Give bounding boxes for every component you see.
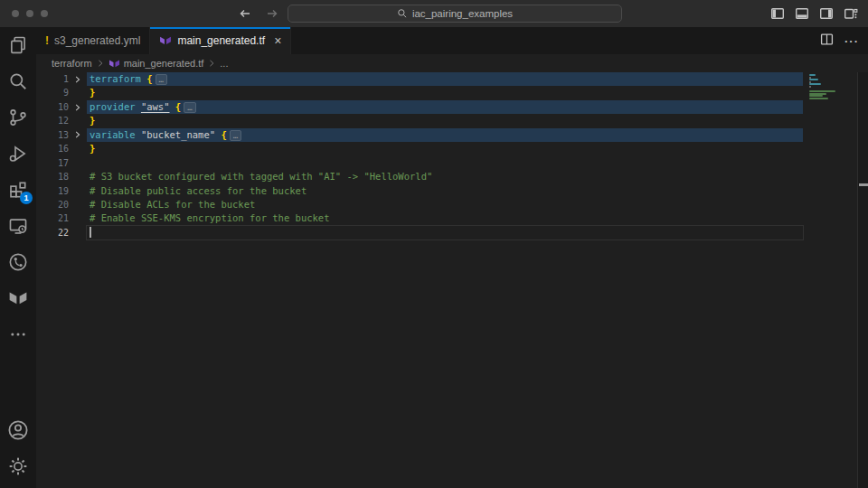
token: …	[156, 74, 167, 85]
breadcrumb-folder[interactable]: terraform	[52, 58, 92, 69]
code-line[interactable]: 21# Enable SSE-KMS encryption for the bu…	[36, 211, 868, 225]
split-editor-button[interactable]	[820, 33, 834, 50]
code-editor[interactable]: 1terraform {…9}10provider "aws" {…12}13v…	[36, 72, 868, 488]
sidebar-item-explorer[interactable]	[0, 27, 36, 63]
minimap-line	[809, 74, 816, 76]
code-line[interactable]: 19# Disable public access for the bucket	[36, 184, 868, 198]
line-number[interactable]: 12	[36, 114, 69, 127]
close-window-button[interactable]	[12, 10, 19, 17]
code-text[interactable]: # Disable public access for the bucket	[87, 184, 803, 198]
line-number[interactable]: 16	[36, 142, 69, 155]
accounts-button[interactable]	[0, 412, 36, 448]
sidebar-item-run-and-debug[interactable]	[0, 136, 36, 172]
title-bar: iac_pairing_examples	[0, 0, 868, 27]
search-icon	[397, 8, 408, 19]
code-text[interactable]: # S3 bucket configured with tagged with …	[87, 170, 803, 183]
token: provider	[90, 101, 141, 112]
customize-layout-button[interactable]	[843, 5, 859, 22]
minimize-window-button[interactable]	[26, 10, 33, 17]
terraform-file-icon	[108, 58, 120, 70]
code-line[interactable]: 12}	[36, 114, 868, 127]
minimap[interactable]	[807, 74, 856, 183]
code-text[interactable]: }	[87, 86, 803, 99]
line-number[interactable]: 1	[36, 72, 69, 86]
code-line[interactable]: 17	[36, 156, 868, 170]
tab-s3-generated-yml[interactable]: ! s3_generated.yml	[36, 27, 150, 54]
more-actions-button[interactable]: ···	[844, 34, 859, 48]
search-icon	[8, 71, 28, 91]
code-line[interactable]: 1terraform {…	[36, 72, 868, 86]
line-number[interactable]: 13	[36, 128, 69, 142]
line-number[interactable]: 20	[36, 198, 69, 211]
fold-chevron-icon[interactable]	[69, 72, 87, 86]
toggle-secondary-sidebar-button[interactable]	[818, 5, 835, 22]
code-text[interactable]: # Enable SSE-KMS encryption for the buck…	[87, 211, 803, 225]
fold-gutter	[69, 170, 87, 183]
back-button[interactable]	[238, 6, 252, 21]
code-lines: 1terraform {…9}10provider "aws" {…12}13v…	[36, 72, 868, 239]
arrow-right-icon	[265, 6, 279, 21]
fold-chevron-icon[interactable]	[69, 128, 87, 142]
code-text[interactable]: terraform {…	[87, 72, 803, 86]
code-line[interactable]: 18# S3 bucket configured with tagged wit…	[36, 170, 868, 183]
code-text[interactable]	[87, 156, 803, 170]
vscode-window: iac_pairing_examples	[0, 0, 868, 488]
code-text[interactable]: variable "bucket_name" {…	[87, 128, 803, 142]
tab-main-generated-tf[interactable]: main_generated.tf ×	[150, 27, 291, 54]
code-line[interactable]: 10provider "aws" {…	[36, 100, 868, 114]
line-number[interactable]: 22	[36, 226, 69, 239]
yaml-warning-icon: !	[45, 34, 49, 47]
customize-layout-icon	[844, 6, 858, 21]
token: }	[90, 115, 95, 126]
split-editor-icon	[820, 33, 834, 46]
command-center-search[interactable]: iac_pairing_examples	[288, 5, 622, 23]
line-number[interactable]: 17	[36, 156, 69, 170]
debug-play-icon	[8, 144, 28, 164]
sidebar-item-search[interactable]	[0, 63, 36, 99]
code-line[interactable]: 20# Disable ACLs for the bucket	[36, 198, 868, 211]
code-text[interactable]: # Disable ACLs for the bucket	[87, 198, 803, 211]
token: "bucket_name"	[141, 129, 215, 140]
settings-button[interactable]	[0, 448, 36, 484]
token: # S3 bucket configured with tagged with …	[90, 171, 432, 182]
line-number[interactable]: 19	[36, 184, 69, 198]
window-controls	[12, 10, 48, 17]
scrollbar[interactable]	[857, 72, 868, 488]
remote-explorer-icon	[8, 216, 28, 236]
toggle-primary-sidebar-button[interactable]	[769, 5, 786, 22]
minimap-line	[809, 98, 828, 99]
code-line[interactable]: 16}	[36, 142, 868, 155]
sidebar-item-remote-explorer[interactable]	[0, 208, 36, 244]
terraform-file-icon	[159, 34, 172, 47]
code-text[interactable]	[87, 226, 803, 239]
forward-button[interactable]	[265, 6, 279, 21]
sidebar-item-more[interactable]	[0, 316, 36, 352]
code-line[interactable]: 9}	[36, 86, 868, 99]
zoom-window-button[interactable]	[41, 10, 48, 17]
breadcrumb-file[interactable]: main_generated.tf	[108, 58, 204, 70]
code-text[interactable]: }	[87, 114, 803, 127]
line-number[interactable]: 9	[36, 86, 69, 99]
sidebar-item-extensions[interactable]: 1	[0, 172, 36, 208]
minimap-line	[809, 83, 821, 85]
sidebar-item-gitlens[interactable]	[0, 244, 36, 280]
line-number[interactable]: 10	[36, 100, 69, 114]
line-number[interactable]: 21	[36, 211, 69, 225]
token: …	[184, 102, 195, 113]
fold-chevron-icon[interactable]	[69, 100, 87, 114]
activity-bar: 1	[0, 27, 36, 488]
sidebar-item-terraform[interactable]	[0, 280, 36, 316]
sidebar-item-source-control[interactable]	[0, 99, 36, 136]
explorer-files-icon	[8, 35, 28, 55]
breadcrumb-symbol[interactable]: ...	[220, 58, 228, 69]
code-line[interactable]: 13variable "bucket_name" {…	[36, 128, 868, 142]
close-tab-icon[interactable]: ×	[274, 34, 281, 47]
token: variable	[90, 129, 141, 140]
fold-gutter	[69, 226, 87, 239]
token: # Enable SSE-KMS encryption for the buck…	[90, 212, 330, 223]
line-number[interactable]: 18	[36, 170, 69, 183]
code-text[interactable]: provider "aws" {…	[87, 100, 803, 114]
toggle-panel-button[interactable]	[794, 5, 810, 22]
code-line[interactable]: 22	[36, 226, 868, 239]
code-text[interactable]: }	[87, 142, 803, 155]
